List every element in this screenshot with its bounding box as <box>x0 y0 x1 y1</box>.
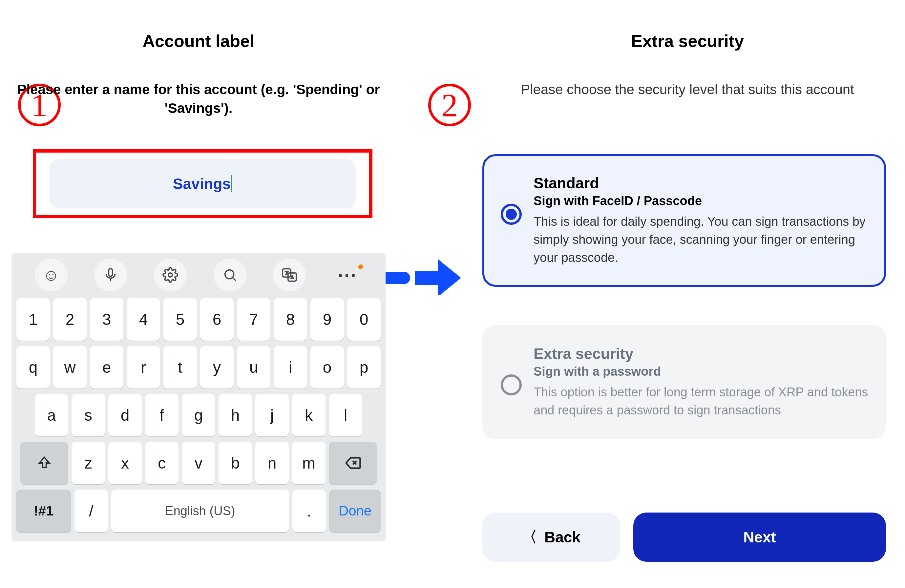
key-h[interactable]: h <box>219 394 252 436</box>
key-i[interactable]: i <box>274 346 307 388</box>
key-done[interactable]: Done <box>329 489 381 532</box>
key-j[interactable]: j <box>255 394 289 436</box>
option-description: This is ideal for daily spending. You ca… <box>533 213 869 267</box>
keyboard-toolbar: ☺ ··· <box>11 253 386 295</box>
translate-icon[interactable] <box>273 259 306 291</box>
on-screen-keyboard: ☺ ··· 1 2 3 4 5 6 7 8 9 0 <box>11 253 386 541</box>
key-u[interactable]: u <box>237 346 270 388</box>
security-option-extra[interactable]: Extra security Sign with a password This… <box>483 325 886 439</box>
search-icon[interactable] <box>214 259 246 291</box>
page-subtitle: Please choose the security level that su… <box>489 80 886 99</box>
option-title: Standard <box>533 174 869 192</box>
key-backspace[interactable] <box>329 442 377 484</box>
key-a[interactable]: a <box>35 394 68 436</box>
back-label: Back <box>545 528 581 546</box>
svg-point-5 <box>168 273 172 277</box>
svg-point-6 <box>225 270 233 279</box>
key-q[interactable]: q <box>16 346 50 388</box>
key-5[interactable]: 5 <box>164 298 197 341</box>
key-7[interactable]: 7 <box>237 298 270 341</box>
radio-selected-icon[interactable] <box>501 204 522 225</box>
extra-security-screen: Extra security Please choose the securit… <box>476 0 899 588</box>
key-k[interactable]: k <box>292 394 325 436</box>
key-space[interactable]: English (US) <box>111 489 289 532</box>
security-option-standard[interactable]: Standard Sign with FaceID / Passcode Thi… <box>483 154 886 287</box>
key-0[interactable]: 0 <box>347 298 381 341</box>
account-label-screen: Account label Please enter a name for th… <box>0 0 397 588</box>
key-4[interactable]: 4 <box>127 298 160 341</box>
option-subtitle: Sign with FaceID / Passcode <box>533 194 869 208</box>
key-f[interactable]: f <box>145 394 178 436</box>
key-slash[interactable]: / <box>75 489 108 532</box>
mic-icon[interactable] <box>94 259 127 291</box>
input-value: Savings <box>173 175 231 192</box>
gear-icon[interactable] <box>154 259 187 291</box>
key-symbols[interactable]: !#1 <box>16 489 71 532</box>
next-label: Next <box>743 528 776 546</box>
page-title: Extra security <box>476 31 899 51</box>
chevron-left-icon: 〈 <box>522 527 537 547</box>
key-y[interactable]: y <box>200 346 233 388</box>
key-o[interactable]: o <box>310 346 344 388</box>
text-caret <box>231 175 232 192</box>
option-title: Extra security <box>533 345 869 362</box>
keyboard-row-qwerty: q w e r t y u i o p <box>11 343 386 391</box>
key-p[interactable]: p <box>347 346 381 388</box>
button-row: 〈 Back Next <box>483 513 886 562</box>
key-g[interactable]: g <box>182 394 215 436</box>
key-9[interactable]: 9 <box>310 298 344 341</box>
key-shift[interactable] <box>21 442 68 484</box>
key-m[interactable]: m <box>292 442 325 484</box>
svg-marker-2 <box>438 259 461 295</box>
key-6[interactable]: 6 <box>200 298 233 341</box>
step-badge-2: 2 <box>428 84 471 126</box>
next-button[interactable]: Next <box>633 513 886 562</box>
key-t[interactable]: t <box>164 346 197 388</box>
page-subtitle: Please enter a name for this account (e.… <box>0 80 397 118</box>
key-s[interactable]: s <box>71 394 105 436</box>
keyboard-row-zxcv: z x c v b n m <box>11 439 386 487</box>
key-r[interactable]: r <box>127 346 160 388</box>
key-d[interactable]: d <box>108 394 142 436</box>
key-x[interactable]: x <box>108 442 142 484</box>
emoji-icon[interactable]: ☺ <box>35 259 68 291</box>
highlight-box: Savings <box>33 149 372 218</box>
key-3[interactable]: 3 <box>90 298 123 341</box>
option-subtitle: Sign with a password <box>533 364 869 379</box>
more-icon[interactable]: ··· <box>333 259 362 291</box>
key-v[interactable]: v <box>182 442 215 484</box>
keyboard-row-asdf: a s d f g h j k l <box>11 391 386 439</box>
key-l[interactable]: l <box>329 394 362 436</box>
key-n[interactable]: n <box>255 442 289 484</box>
key-8[interactable]: 8 <box>274 298 307 341</box>
keyboard-row-bottom: !#1 / English (US) . Done <box>11 487 386 535</box>
account-label-input[interactable]: Savings <box>49 159 356 208</box>
notification-dot-icon <box>358 264 363 269</box>
option-description: This option is better for long term stor… <box>533 383 869 420</box>
key-1[interactable]: 1 <box>16 298 50 341</box>
key-z[interactable]: z <box>71 442 105 484</box>
svg-rect-1 <box>415 271 441 285</box>
page-title: Account label <box>0 31 397 51</box>
step-number: 2 <box>441 86 458 124</box>
key-b[interactable]: b <box>219 442 252 484</box>
key-period[interactable]: . <box>292 489 326 532</box>
key-w[interactable]: w <box>53 346 87 388</box>
key-2[interactable]: 2 <box>53 298 87 341</box>
keyboard-row-numbers: 1 2 3 4 5 6 7 8 9 0 <box>11 295 386 343</box>
key-c[interactable]: c <box>145 442 178 484</box>
svg-line-7 <box>233 278 236 281</box>
back-button[interactable]: 〈 Back <box>483 513 620 562</box>
svg-rect-3 <box>109 269 113 276</box>
radio-unselected-icon[interactable] <box>501 374 522 396</box>
key-e[interactable]: e <box>90 346 123 388</box>
